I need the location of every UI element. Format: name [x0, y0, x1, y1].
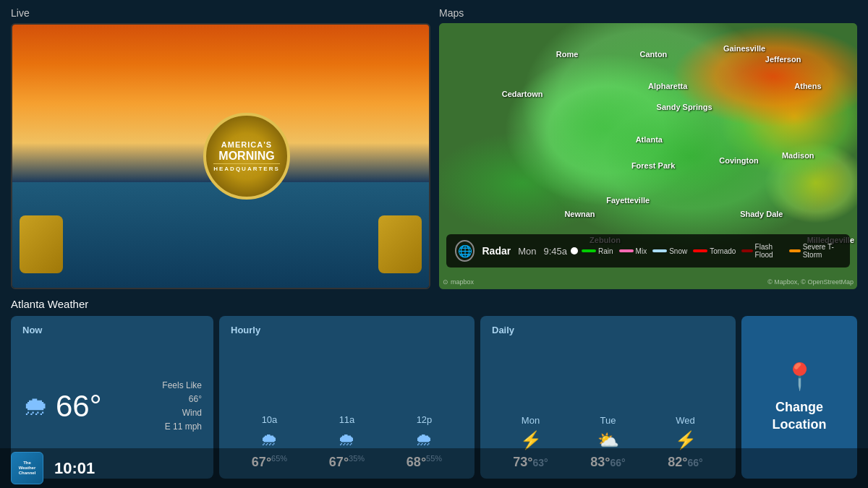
main-layout: Live AMERICA'S MORNING HEADQUARTERS — [0, 0, 868, 488]
legend-mix: Mix — [619, 247, 647, 255]
radar-legend: Rain Mix Snow — [582, 243, 841, 259]
hourly-time-11a: 11a — [339, 414, 355, 425]
couch-pillow-right — [378, 215, 422, 273]
now-weather-icon: 🌧 — [22, 391, 48, 421]
city-athens: Athens — [794, 82, 821, 90]
daily-icon-wed: ⚡ — [675, 430, 697, 450]
city-shady-dale: Shady Dale — [740, 210, 783, 218]
city-atlanta: Atlanta — [636, 135, 663, 144]
legend-tornado-label: Tornado — [710, 247, 736, 255]
radar-globe-button[interactable]: 🌐 — [455, 240, 475, 262]
weather-title: Atlanta Weather — [11, 298, 857, 310]
now-temperature: 66° — [56, 389, 102, 424]
map-background: Atlanta Rome Canton Gainesville Alpharet… — [439, 23, 857, 289]
location-pin-icon: 📍 — [783, 361, 816, 392]
show-main: MORNING — [218, 150, 274, 163]
legend-rain: Rain — [582, 247, 613, 255]
radar-type: Radar — [482, 245, 511, 257]
change-location-label: ChangeLocation — [773, 399, 827, 433]
top-section: Live AMERICA'S MORNING HEADQUARTERS — [11, 7, 857, 289]
city-fayetteville: Fayetteville — [606, 196, 650, 205]
legend-flash-flood-label: Flash Flood — [755, 243, 784, 259]
now-details: Feels Like 66° Wind E 11 mph — [162, 379, 202, 435]
live-panel: Live AMERICA'S MORNING HEADQUARTERS — [11, 7, 430, 289]
mapbox-logo: ⊙ mapbox — [443, 278, 474, 286]
city-rome: Rome — [556, 50, 579, 59]
feels-like-label: Feels Like — [162, 379, 202, 393]
legend-severe-tstorm-color — [789, 249, 800, 252]
maps-panel: Maps Atlanta Rome Canton Gainesville Alp… — [439, 7, 857, 289]
legend-mix-color — [619, 249, 634, 252]
live-label: Live — [11, 7, 430, 19]
hourly-icon-11a: 🌧 — [338, 429, 355, 450]
hourly-header: Hourly — [231, 325, 463, 335]
hourly-icon-10a: 🌧 — [260, 429, 278, 450]
radar-map[interactable]: Atlanta Rome Canton Gainesville Alpharet… — [439, 23, 857, 289]
radar-time: 9:45a — [543, 246, 567, 257]
daily-day-wed: Wed — [676, 415, 695, 426]
legend-mix-label: Mix — [636, 247, 647, 255]
show-prefix: AMERICA'S — [221, 140, 272, 150]
legend-tornado-color — [693, 249, 707, 252]
couch-pillow-left — [20, 215, 63, 273]
city-sandy-springs: Sandy Springs — [657, 103, 712, 111]
city-forest-park: Forest Park — [631, 161, 676, 170]
hourly-time-12p: 12p — [417, 414, 433, 425]
show-logo: AMERICA'S MORNING HEADQUARTERS — [203, 113, 290, 200]
maps-label: Maps — [439, 7, 857, 19]
mapbox-icon: ⊙ — [443, 278, 448, 286]
show-sub: HEADQUARTERS — [213, 163, 280, 172]
city-cedartown: Cedartown — [502, 90, 543, 98]
hourly-icon-12p: 🌧 — [415, 429, 433, 450]
legend-tornado: Tornado — [693, 247, 736, 255]
live-video[interactable]: AMERICA'S MORNING HEADQUARTERS — [11, 23, 430, 289]
radar-timeline-dot — [571, 247, 578, 254]
legend-snow-label: Snow — [669, 247, 687, 255]
daily-header: Daily — [492, 325, 724, 335]
couch — [12, 182, 429, 288]
wind-value: E 11 mph — [162, 420, 202, 434]
radar-controls: 🌐 Radar Mon 9:45a Rain — [446, 234, 850, 267]
twc-logo: TheWeatherChannel — [11, 452, 43, 484]
legend-rain-label: Rain — [598, 247, 613, 255]
legend-severe-tstorm: Severe T-Storm — [789, 243, 841, 259]
footer-time: 10:01 — [54, 459, 95, 478]
legend-flash-flood-color — [741, 249, 752, 252]
wind-label: Wind — [162, 406, 202, 420]
legend-snow: Snow — [652, 247, 687, 255]
daily-day-mon: Mon — [522, 415, 540, 426]
now-header: Now — [22, 325, 202, 335]
city-alpharetta: Alpharetta — [648, 82, 687, 90]
footer: TheWeatherChannel 10:01 — [0, 448, 868, 488]
radar-day: Mon — [518, 246, 536, 257]
city-jefferson: Jefferson — [765, 55, 801, 64]
legend-severe-tstorm-label: Severe T-Storm — [803, 243, 841, 259]
couch-area — [12, 182, 429, 288]
city-canton: Canton — [639, 50, 667, 59]
legend-rain-color — [582, 249, 596, 252]
city-covington: Covington — [719, 156, 758, 165]
legend-flash-flood: Flash Flood — [741, 243, 783, 259]
twc-logo-text: TheWeatherChannel — [19, 461, 36, 476]
daily-icon-tue: ⛅ — [597, 430, 619, 450]
feels-like-value: 66° — [162, 393, 202, 406]
city-gainesville: Gainesville — [723, 44, 765, 53]
map-credit: © Mapbox, © OpenStreetMap — [767, 278, 854, 286]
city-madison: Madison — [782, 151, 814, 160]
daily-icon-mon: ⚡ — [520, 430, 542, 450]
daily-day-tue: Tue — [600, 415, 616, 426]
hourly-time-10a: 10a — [262, 414, 278, 425]
city-newnan: Newnan — [564, 210, 595, 218]
legend-snow-color — [652, 249, 667, 252]
video-background: AMERICA'S MORNING HEADQUARTERS — [12, 25, 429, 288]
